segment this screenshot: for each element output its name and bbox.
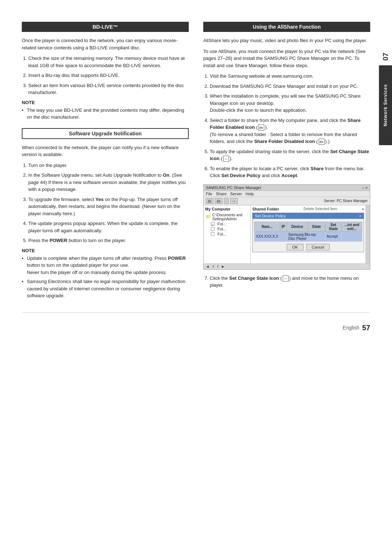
dialog-title-bar: Set Device Policy × [253, 213, 364, 219]
page-language: English [343, 325, 362, 331]
dialog-close-x: × [362, 207, 364, 211]
list-item: Update is complete when the player turns… [22, 255, 189, 276]
cancel-button[interactable]: Cancel [306, 244, 330, 250]
server-label: Server: PC Share Manager [324, 199, 368, 203]
list-item: Samsung Electronics shall take no legal … [22, 278, 189, 299]
list-item: Select an item from various BD-LIVE serv… [28, 82, 189, 96]
screenshot-title: SAMSUNG PC Share Manager [206, 185, 261, 190]
list-item: Visit the Samsung website at www.samsung… [210, 73, 370, 80]
folder-row: Fol... [205, 232, 249, 237]
note2-label: NOTE [22, 248, 189, 253]
table-row: XXX.XXX.X.X Samsung Blu-ray Disc Player … [254, 232, 362, 241]
device-table: Nam... IP Device State Set State ...int … [254, 222, 362, 242]
chapter-number: 07 [381, 53, 390, 61]
delete-label: Delete Selected Item [302, 207, 339, 211]
list-item: When the installation is complete, you w… [210, 93, 370, 114]
shared-folder-title: Shared Folder [252, 207, 279, 211]
screenshot-titlebar: SAMSUNG PC Share Manager – × [204, 185, 370, 191]
table-header: Device [287, 222, 308, 232]
device-policy-dialog: Set Device Policy × Nam... IP D [252, 213, 364, 252]
toolbar-btn3: · [224, 198, 229, 204]
table-cell [280, 232, 286, 241]
subfolder3: Fol... [217, 232, 226, 236]
scrollbar[interactable] [366, 205, 370, 263]
note2-list: Update is complete when the player turns… [22, 255, 189, 299]
screenshot-statusbar: ◄ = I ► [204, 263, 370, 269]
table-header: ...int and sett... [342, 222, 362, 232]
table-cell: Accept [325, 232, 342, 241]
folder-row: Fol... [205, 221, 249, 226]
table-header: IP [280, 222, 286, 232]
list-item: The way you use BD-LIVE and the provided… [22, 107, 189, 121]
list-item: In the Software Upgrade menu, set Auto U… [28, 172, 189, 193]
set-change-state-icon: ↔ [223, 156, 229, 162]
table-header: Nam... [254, 222, 280, 232]
status-item: I [217, 265, 219, 269]
dialog-close: × [359, 214, 362, 218]
list-item: Select a folder to share from the My com… [210, 117, 370, 145]
list-item: To apply the updated sharing state to th… [210, 148, 370, 162]
note-list: The way you use BD-LIVE and the provided… [22, 107, 189, 121]
allshare-intro: AllShare lets you play music, video and … [203, 37, 370, 44]
subfolder1: Fol... [217, 222, 226, 226]
list-item: Download the SAMSUNG PC Share Manager an… [210, 83, 370, 90]
main-content: BD-LIVE™ Once the player is connected to… [22, 22, 370, 302]
checkbox [211, 227, 215, 231]
screenshot-toolbar: 🗁 🗁 · ↔ Server: PC Share Manager [204, 197, 370, 205]
footer: English 57 [22, 312, 370, 332]
list-item: To upgrade the firmware, select Yes on t… [28, 196, 189, 217]
dialog-body: Nam... IP Device State Set State ...int … [253, 220, 364, 252]
folder-icon: 📁 [206, 214, 211, 219]
right-column: Using the AllShare Function AllShare let… [203, 22, 370, 302]
software-steps: Turn on the player. In the Software Upgr… [28, 162, 189, 244]
note-label: NOTE [22, 100, 189, 105]
screenshot-body: My Computer 📁 C:\Documents and Settings\… [204, 205, 370, 263]
allshare-steps: Visit the Samsung website at www.samsung… [210, 73, 370, 179]
page: 07 Network Services BD-LIVE™ Once the pl… [0, 0, 392, 536]
software-intro: When connected to the network, the playe… [22, 144, 189, 158]
toolbar-btn2: 🗁 [215, 198, 222, 204]
ok-button[interactable]: OK [287, 244, 303, 250]
table-cell [342, 232, 362, 241]
list-item: Turn on the player. [28, 162, 189, 169]
checkbox [211, 222, 215, 226]
bd-live-intro: Once the player is connected to the netw… [22, 37, 189, 51]
list-item: Click the Set Change State icon (↔) and … [210, 275, 370, 289]
table-header: State [308, 222, 325, 232]
page-number: 57 [362, 324, 370, 332]
bd-live-steps: Check the size of the remaining memory. … [28, 55, 189, 96]
folder-name: C:\Documents and Settings\Admin [212, 213, 248, 221]
allshare-body: To use AllShare, you must connect the pl… [203, 48, 370, 69]
screenshot-left-panel: My Computer 📁 C:\Documents and Settings\… [204, 205, 251, 263]
status-item: ► [221, 265, 225, 269]
software-header: Software Upgrade Notification [22, 128, 189, 139]
toolbar-btn4: ↔ [230, 198, 238, 204]
menu-share: Share [216, 192, 226, 196]
menu-server: Server [230, 192, 242, 196]
left-panel-title: My Computer [205, 207, 249, 211]
list-item: The update progress popup appears. When … [28, 220, 189, 234]
allshare-header: Using the AllShare Function [203, 22, 370, 32]
screenshot-box: SAMSUNG PC Share Manager – × File Share … [203, 184, 370, 270]
status-item: = [212, 265, 215, 269]
toolbar-btn1: 🗁 [206, 198, 213, 204]
left-column: BD-LIVE™ Once the player is connected to… [22, 22, 189, 302]
list-item: Insert a Blu-ray disc that supports BD-L… [28, 72, 189, 79]
share-folder-disabled-icon: 🗁 [319, 139, 324, 145]
menu-help: Help [246, 192, 254, 196]
table-cell: Samsung Blu-ray Disc Player [287, 232, 325, 241]
set-change-state-icon-2: ↔ [283, 275, 289, 282]
list-item: To enable the player to locate a PC serv… [210, 165, 370, 179]
dialog-buttons: OK Cancel [254, 244, 362, 250]
screenshot-menu: File Share Server Help [204, 191, 370, 197]
list-item: Press the POWER button to turn on the pl… [28, 237, 189, 244]
status-item: ◄ [206, 265, 209, 269]
folder-row: Fol... [205, 226, 249, 232]
step7-list: Click the Set Change State icon (↔) and … [210, 275, 370, 289]
folder-row: 📁 C:\Documents and Settings\Admin [205, 213, 249, 221]
dialog-title: Set Device Policy [255, 214, 286, 218]
bd-live-header: BD-LIVE™ [22, 22, 189, 32]
subfolder2: Fol... [217, 227, 226, 231]
table-header: Set State [325, 222, 342, 232]
share-folder-enabled-icon: 🗁 [258, 124, 264, 131]
